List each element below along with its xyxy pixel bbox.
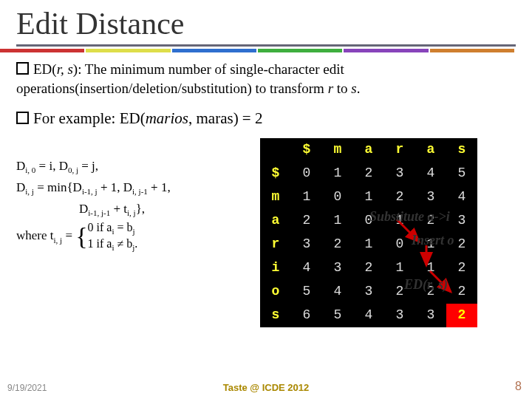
table-wrap: $maras$012345m101234a210123r321012i43211… (260, 138, 516, 327)
footer-page-number: 8 (515, 380, 522, 393)
text: For example: ED( (33, 109, 146, 127)
annotation-result: ED(r, s) (404, 276, 448, 293)
footer-venue: Taste @ ICDE 2012 (0, 382, 532, 393)
square-bullet-icon (16, 62, 29, 75)
main-row: Di, 0 = i, D0, j = j, Di, j = min{Di-1, … (16, 138, 516, 327)
text: , maras) = 2 (188, 109, 262, 127)
slide: Edit Distance ED(r, s): The minimum numb… (0, 0, 532, 399)
formula-line: Di, 0 = i, D0, j = j, (16, 156, 260, 177)
annotation-insert: Insert o (412, 231, 454, 249)
brace-icon: { (75, 222, 87, 250)
title-underline (16, 44, 516, 47)
text: to (333, 81, 351, 96)
text: . (357, 81, 361, 96)
annotation-substitute: Substitute a->i (369, 208, 450, 225)
square-bullet-icon (16, 112, 29, 124)
text-italic: s (351, 81, 356, 96)
bullet-example: For example: ED(marios, maras) = 2 (16, 108, 516, 129)
text-italic: marios (146, 109, 188, 127)
piecewise: 0 if ai = bj 1 if ai ≠ bj. (88, 220, 138, 253)
formula-line: Di-1, j-1 + ti, j}, (16, 199, 260, 220)
content-area: ED(r, s): The minimum number of single-c… (0, 52, 532, 327)
formula-line: where ti, j = { 0 if ai = bj 1 if ai ≠ b… (16, 220, 260, 253)
formula-line: Di, j = min{Di-1, j + 1, Di, j-1 + 1, (16, 177, 260, 199)
page-title: Edit Distance (0, 0, 532, 41)
formula-block: Di, 0 = i, D0, j = j, Di, j = min{Di-1, … (16, 138, 260, 327)
bullet-definition: ED(r, s): The minimum number of single-c… (16, 60, 516, 98)
text-italic: r (328, 81, 333, 96)
text: ED( (33, 61, 57, 77)
accent-bar (0, 49, 516, 52)
text-italic: r, s (57, 61, 73, 77)
